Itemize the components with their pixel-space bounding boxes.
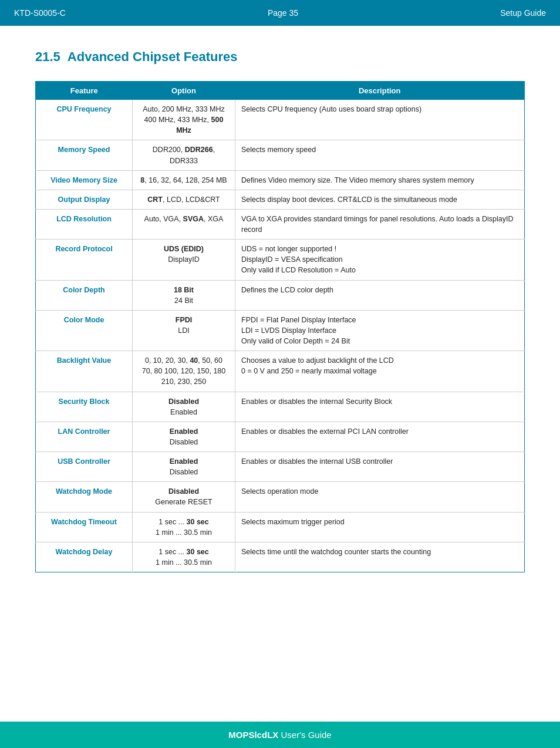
table-row: Record ProtocolUDS (EDID)DisplayIDUDS = … [36, 240, 525, 280]
description-cell: Selects operation mode [235, 482, 525, 512]
description-cell: Enables or disables the internal Securit… [235, 392, 525, 422]
col-option: Option [133, 82, 235, 100]
description-cell: Chooses a value to adjust backlight of t… [235, 351, 525, 392]
feature-cell: USB Controller [36, 452, 133, 482]
table-row: Backlight Value0, 10, 20, 30, 40, 50, 60… [36, 351, 525, 392]
option-cell: EnabledDisabled [133, 452, 235, 482]
description-cell: FPDI = Flat Panel Display InterfaceLDI =… [235, 310, 525, 351]
description-cell: Defines Video memory size. The Video mem… [235, 170, 525, 190]
page-header: KTD-S0005-C Page 35 Setup Guide [0, 0, 560, 26]
option-cell: Auto, VGA, SVGA, XGA [133, 209, 235, 239]
table-row: Color Depth18 Bit24 BitDefines the LCD c… [36, 280, 525, 310]
table-row: Output DisplayCRT, LCD, LCD&CRTSelects d… [36, 190, 525, 209]
feature-cell: Output Display [36, 190, 133, 209]
feature-cell: Watchdog Delay [36, 542, 133, 572]
feature-cell: Color Depth [36, 280, 133, 310]
footer-brand-suffix: User's Guide [278, 730, 331, 740]
description-cell: Enables or disables the internal USB con… [235, 452, 525, 482]
option-cell: 18 Bit24 Bit [133, 280, 235, 310]
table-row: Watchdog Timeout1 sec ... 30 sec1 min ..… [36, 512, 525, 542]
page-footer: MOPSlcdLX User's Guide [0, 722, 560, 748]
option-cell: EnabledDisabled [133, 422, 235, 452]
feature-cell: LAN Controller [36, 422, 133, 452]
description-cell: Selects CPU frequency (Auto uses board s… [235, 100, 525, 140]
option-cell: 1 sec ... 30 sec1 min ... 30.5 min [133, 542, 235, 572]
header-right: Setup Guide [500, 8, 546, 18]
description-cell: Defines the LCD color depth [235, 280, 525, 310]
option-cell: 1 sec ... 30 sec1 min ... 30.5 min [133, 512, 235, 542]
option-cell: UDS (EDID)DisplayID [133, 240, 235, 280]
description-cell: Selects time until the watchdog counter … [235, 542, 525, 572]
description-cell: Enables or disables the external PCI LAN… [235, 422, 525, 452]
table-row: Color ModeFPDILDIFPDI = Flat Panel Displ… [36, 310, 525, 351]
feature-cell: Watchdog Timeout [36, 512, 133, 542]
feature-cell: LCD Resolution [36, 209, 133, 239]
table-row: Watchdog ModeDisabledGenerate RESETSelec… [36, 482, 525, 512]
table-row: LCD ResolutionAuto, VGA, SVGA, XGAVGA to… [36, 209, 525, 239]
option-cell: CRT, LCD, LCD&CRT [133, 190, 235, 209]
feature-cell: Memory Speed [36, 140, 133, 170]
option-cell: DisabledEnabled [133, 392, 235, 422]
header-left: KTD-S0005-C [14, 8, 66, 18]
section-heading: 21.5Advanced Chipset Features [35, 49, 525, 65]
description-cell: VGA to XGA provides standard timings for… [235, 209, 525, 239]
table-row: LAN ControllerEnabledDisabledEnables or … [36, 422, 525, 452]
col-description: Description [235, 82, 525, 100]
feature-cell: Record Protocol [36, 240, 133, 280]
features-table: Feature Option Description CPU Frequency… [35, 81, 525, 572]
option-cell: Auto, 200 MHz, 333 MHz400 MHz, 433 MHz, … [133, 100, 235, 140]
table-row: Video Memory Size8, 16, 32, 64, 128, 254… [36, 170, 525, 190]
footer-brand-bold: MOPSlcdLX [228, 730, 278, 740]
table-header-row: Feature Option Description [36, 82, 525, 100]
feature-cell: CPU Frequency [36, 100, 133, 140]
option-cell: DisabledGenerate RESET [133, 482, 235, 512]
col-feature: Feature [36, 82, 133, 100]
description-cell: Selects maximum trigger period [235, 512, 525, 542]
feature-cell: Watchdog Mode [36, 482, 133, 512]
feature-cell: Video Memory Size [36, 170, 133, 190]
table-row: USB ControllerEnabledDisabledEnables or … [36, 452, 525, 482]
table-row: Memory SpeedDDR200, DDR266, DDR333Select… [36, 140, 525, 170]
option-cell: 0, 10, 20, 30, 40, 50, 6070, 80 100, 120… [133, 351, 235, 392]
header-center: Page 35 [268, 8, 298, 18]
description-cell: UDS = not longer supported !DisplayID = … [235, 240, 525, 280]
description-cell: Selects display boot devices. CRT&LCD is… [235, 190, 525, 209]
description-cell: Selects memory speed [235, 140, 525, 170]
option-cell: 8, 16, 32, 64, 128, 254 MB [133, 170, 235, 190]
feature-cell: Backlight Value [36, 351, 133, 392]
table-row: Security BlockDisabledEnabledEnables or … [36, 392, 525, 422]
option-cell: FPDILDI [133, 310, 235, 351]
main-content: 21.5Advanced Chipset Features Feature Op… [0, 26, 560, 722]
table-row: Watchdog Delay1 sec ... 30 sec1 min ... … [36, 542, 525, 572]
section-title: Advanced Chipset Features [68, 49, 238, 64]
table-row: CPU FrequencyAuto, 200 MHz, 333 MHz400 M… [36, 100, 525, 140]
feature-cell: Security Block [36, 392, 133, 422]
section-number: 21.5 [35, 49, 60, 64]
option-cell: DDR200, DDR266, DDR333 [133, 140, 235, 170]
feature-cell: Color Mode [36, 310, 133, 351]
